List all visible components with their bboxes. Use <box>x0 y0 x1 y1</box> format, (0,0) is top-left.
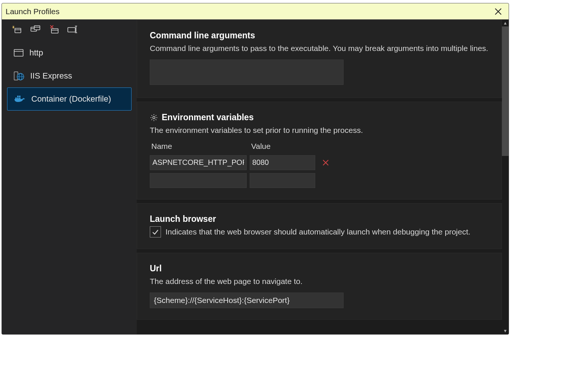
sidebar-toolbar <box>2 20 137 39</box>
delete-icon <box>322 159 329 166</box>
env-name-input[interactable] <box>150 173 247 188</box>
globe-icon <box>14 71 24 80</box>
env-column-value: Value <box>250 142 315 152</box>
section-heading: Url <box>150 264 489 274</box>
section-url: Url The address of the web page to navig… <box>137 253 502 320</box>
close-button[interactable] <box>491 5 505 18</box>
env-variables-grid: Name Value <box>150 142 489 188</box>
env-value-input[interactable] <box>250 173 315 188</box>
window-title: Launch Profiles <box>6 7 491 16</box>
section-description: The address of the web page to navigate … <box>150 276 489 287</box>
svg-rect-23 <box>15 98 17 99</box>
section-heading: Environment variables <box>162 112 254 122</box>
duplicate-profile-button[interactable] <box>30 25 41 34</box>
delete-profile-icon <box>49 25 59 34</box>
profile-list: http IIS Express <box>2 39 137 111</box>
section-description: The environment variables to set prior t… <box>150 125 489 135</box>
scrollbar-track[interactable] <box>502 26 509 328</box>
new-profile-button[interactable] <box>12 25 22 34</box>
sidebar: http IIS Express <box>2 20 137 334</box>
close-icon <box>494 7 502 16</box>
env-name-input[interactable] <box>150 155 247 170</box>
env-value-input[interactable] <box>250 155 315 170</box>
sidebar-item-iis-express[interactable]: IIS Express <box>7 64 132 87</box>
titlebar: Launch Profiles <box>2 3 509 20</box>
sidebar-item-label: Container (Dockerfile) <box>31 94 111 104</box>
sidebar-item-container-dockerfile[interactable]: Container (Dockerfile) <box>7 87 132 111</box>
section-heading: Launch browser <box>150 214 489 224</box>
rename-profile-icon <box>67 25 78 33</box>
sidebar-item-label: http <box>29 48 43 58</box>
svg-rect-27 <box>19 96 20 97</box>
dialog-body: http IIS Express <box>2 20 509 334</box>
checkmark-icon <box>152 228 159 236</box>
docker-icon <box>14 95 25 103</box>
svg-rect-26 <box>17 96 19 97</box>
scroll-down-button[interactable]: ▼ <box>502 328 509 334</box>
section-description: Indicates that the web browser should au… <box>165 226 470 237</box>
section-environment-variables: Environment variables The environment va… <box>137 102 502 199</box>
svg-rect-17 <box>14 50 23 56</box>
svg-rect-25 <box>19 98 20 99</box>
new-profile-icon <box>12 25 22 33</box>
sidebar-item-label: IIS Express <box>30 71 72 81</box>
svg-rect-13 <box>68 28 75 32</box>
launch-browser-checkbox[interactable] <box>150 226 161 237</box>
svg-rect-11 <box>51 29 58 33</box>
svg-rect-24 <box>17 98 19 99</box>
svg-rect-7 <box>34 26 40 30</box>
section-launch-browser: Launch browser Indicates that the web br… <box>137 203 502 249</box>
duplicate-profile-icon <box>31 25 40 33</box>
scroll-up-button[interactable]: ▲ <box>502 20 509 26</box>
section-description: Command line arguments to pass to the ex… <box>150 43 489 54</box>
section-command-line-arguments: Command line arguments Command line argu… <box>137 20 502 98</box>
url-input[interactable] <box>150 293 344 308</box>
launch-profiles-dialog: Launch Profiles <box>1 3 509 335</box>
command-line-arguments-input[interactable] <box>150 60 344 85</box>
rename-profile-button[interactable] <box>67 25 78 34</box>
scrollbar-thumb[interactable] <box>502 26 509 156</box>
gear-icon <box>150 114 158 122</box>
vertical-scrollbar[interactable]: ▲ ▼ <box>502 20 509 334</box>
env-column-name: Name <box>150 142 247 152</box>
env-row-delete-button[interactable] <box>318 155 333 170</box>
svg-rect-3 <box>15 28 21 33</box>
svg-marker-2 <box>12 25 15 29</box>
sidebar-item-http[interactable]: http <box>7 41 132 64</box>
window-icon <box>14 49 23 57</box>
section-heading: Command line arguments <box>150 31 489 41</box>
delete-profile-button[interactable] <box>49 25 59 34</box>
svg-point-28 <box>153 117 155 119</box>
content-area: Command line arguments Command line argu… <box>137 20 509 334</box>
